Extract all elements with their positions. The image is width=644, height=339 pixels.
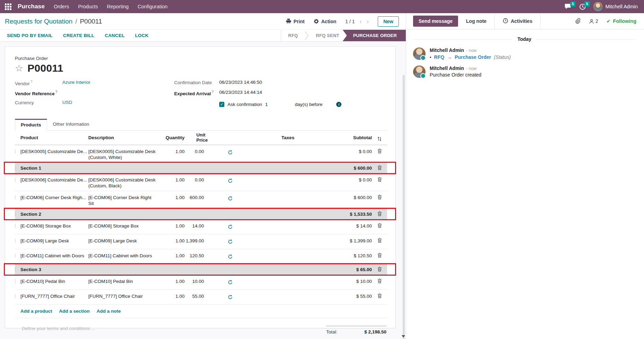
cell-description[interactable]: [E-COM09] Large Desk xyxy=(88,234,158,247)
create-bill-button[interactable]: CREATE BILL xyxy=(63,33,94,38)
status-step-purchase-order[interactable]: PURCHASE ORDER xyxy=(343,30,406,41)
add-a-product-link[interactable]: Add a product xyxy=(20,309,52,314)
section-row[interactable]: Section 2 $ 1,533.50 xyxy=(15,209,387,220)
activities-clock-icon[interactable]: 5 xyxy=(579,3,586,10)
cell-quantity[interactable]: 1.00 xyxy=(158,234,185,247)
breadcrumb-parent-link[interactable]: Requests for Quotation xyxy=(5,18,72,25)
delete-row-icon[interactable] xyxy=(377,293,382,299)
cell-unit-price[interactable]: 600.00 xyxy=(185,191,218,203)
drag-handle[interactable] xyxy=(15,239,16,242)
cell-product[interactable]: [E-COM11] Cabinet with Doors xyxy=(20,249,88,262)
favorite-star-icon[interactable]: ☆ xyxy=(15,64,23,73)
cell-unit-price[interactable]: 120.50 xyxy=(185,249,218,262)
cell-quantity[interactable]: 1.00 xyxy=(158,173,185,185)
cell-product[interactable]: [E-COM06] Corner Desk Righ... xyxy=(20,191,88,203)
column-header-quantity[interactable]: Quantity xyxy=(158,133,185,142)
following-button[interactable]: ✔ Following xyxy=(607,18,636,24)
tracking-old-value[interactable]: RFQ xyxy=(434,54,445,60)
column-header-unit-price[interactable]: Unit Price xyxy=(185,131,218,145)
nav-menu-orders[interactable]: Orders xyxy=(54,4,69,9)
author-avatar[interactable] xyxy=(413,65,426,78)
delete-row-icon[interactable] xyxy=(377,253,382,259)
nav-menu-reporting[interactable]: Reporting xyxy=(107,4,129,9)
cell-quantity[interactable]: 1.00 xyxy=(158,220,185,232)
send-message-button[interactable]: Send message xyxy=(413,16,458,27)
section-name[interactable]: Section 3 xyxy=(20,267,333,272)
ask-confirmation-days-input[interactable]: 1 xyxy=(265,102,295,107)
column-header-taxes[interactable]: Taxes xyxy=(243,133,333,142)
delete-row-icon[interactable] xyxy=(377,149,382,154)
drag-handle[interactable] xyxy=(15,178,16,181)
drag-handle[interactable] xyxy=(15,268,16,271)
cell-quantity[interactable]: 1.00 xyxy=(158,191,185,203)
status-step-rfq-sent[interactable]: RFQ SENT xyxy=(309,30,346,41)
cell-description[interactable]: [E-COM11] Cabinet with Doors xyxy=(88,249,158,262)
tracking-new-value[interactable]: Purchase Order xyxy=(455,54,491,60)
column-header-subtotal[interactable]: Subtotal xyxy=(333,133,372,142)
cell-taxes[interactable] xyxy=(243,249,333,257)
cell-taxes[interactable] xyxy=(243,191,333,197)
delete-row-icon[interactable] xyxy=(377,238,382,244)
cell-product[interactable]: [E-COM10] Pedal Bin xyxy=(20,275,88,288)
new-button[interactable]: New xyxy=(378,16,399,27)
refresh-price-icon[interactable] xyxy=(228,150,233,155)
ask-confirmation-checkbox[interactable]: ✓ xyxy=(219,102,224,107)
section-name[interactable]: Section 2 xyxy=(20,212,333,217)
cell-taxes[interactable] xyxy=(243,275,333,283)
refresh-price-icon[interactable] xyxy=(228,295,233,300)
column-header-description[interactable]: Description xyxy=(88,133,158,142)
refresh-price-icon[interactable] xyxy=(228,280,233,285)
add-a-note-link[interactable]: Add a note xyxy=(97,309,121,314)
cell-unit-price[interactable]: 55.00 xyxy=(185,290,218,303)
currency-value-link[interactable]: USD xyxy=(62,100,72,105)
cell-description[interactable]: [DESK0006] Customizable Desk(Custom, Bla… xyxy=(88,173,158,191)
delete-row-icon[interactable] xyxy=(377,211,382,217)
cell-product[interactable]: [DESK0005] Customizable De... xyxy=(20,145,88,157)
lock-button[interactable]: LOCK xyxy=(135,33,149,38)
refresh-price-icon[interactable] xyxy=(228,224,233,229)
section-row[interactable]: Section 3 $ 65.00 xyxy=(15,264,387,275)
cell-description[interactable]: [E-COM06] Corner Desk RightSit xyxy=(88,191,158,208)
delete-row-icon[interactable] xyxy=(377,177,382,183)
send-po-by-email-button[interactable]: SEND PO BY EMAIL xyxy=(7,33,53,38)
scroll-down-icon[interactable] xyxy=(402,335,405,338)
column-header-product[interactable]: Product xyxy=(20,133,88,142)
message-author[interactable]: Mitchell Admin xyxy=(430,65,464,71)
delete-row-icon[interactable] xyxy=(377,195,382,200)
drag-handle[interactable] xyxy=(15,196,16,199)
pager-next-icon[interactable]: › xyxy=(367,18,369,25)
cell-unit-price[interactable]: 14.00 xyxy=(185,220,218,232)
nav-menu-products[interactable]: Products xyxy=(78,4,98,9)
cell-description[interactable]: [E-COM10] Pedal Bin xyxy=(88,275,158,288)
section-row[interactable]: Section 1 $ 600.00 xyxy=(15,163,387,173)
refresh-price-icon[interactable] xyxy=(228,239,233,244)
cell-quantity[interactable]: 1.00 xyxy=(158,290,185,303)
cell-description[interactable]: [DESK0005] Customizable Desk(Custom, Whi… xyxy=(88,145,158,162)
cell-product[interactable]: [E-COM08] Storage Box xyxy=(20,220,88,232)
tab-other-information[interactable]: Other Information xyxy=(47,119,95,130)
pager-previous-icon[interactable]: ‹ xyxy=(360,18,362,25)
cell-taxes[interactable] xyxy=(243,173,333,180)
drag-handle[interactable] xyxy=(15,294,16,298)
drag-handle[interactable] xyxy=(15,224,16,228)
followers-button[interactable]: 2 xyxy=(589,18,598,24)
delete-row-icon[interactable] xyxy=(377,165,382,171)
log-note-button[interactable]: Log note xyxy=(458,13,494,29)
delete-row-icon[interactable] xyxy=(377,267,382,273)
activities-button[interactable]: Activities xyxy=(495,13,540,29)
cell-taxes[interactable] xyxy=(243,220,333,227)
cell-taxes[interactable] xyxy=(243,234,333,242)
refresh-price-icon[interactable] xyxy=(228,178,233,183)
drag-handle[interactable] xyxy=(15,150,16,153)
status-step-rfq[interactable]: RFQ xyxy=(281,30,305,41)
apps-menu-icon[interactable] xyxy=(5,3,11,10)
vertical-scrollbar[interactable] xyxy=(403,75,405,339)
cell-unit-price[interactable]: 0.00 xyxy=(185,173,218,185)
refresh-price-icon[interactable] xyxy=(228,254,233,259)
expected-arrival-value[interactable]: 06/23/2023 14:44:14 xyxy=(219,90,262,95)
cell-unit-price[interactable]: 10.00 xyxy=(185,275,218,288)
drag-handle[interactable] xyxy=(15,212,16,216)
optional-columns-icon[interactable] xyxy=(372,134,387,141)
cell-quantity[interactable]: 1.00 xyxy=(158,145,185,157)
tab-products[interactable]: Products xyxy=(15,119,47,131)
